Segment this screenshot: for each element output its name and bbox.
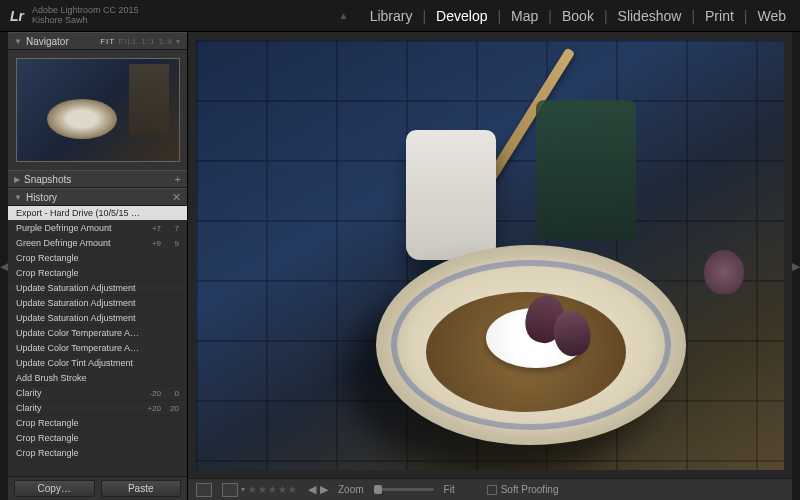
image-canvas[interactable] (196, 40, 784, 470)
user-name: Kishore Sawh (32, 16, 139, 26)
history-step-old (143, 326, 161, 340)
navigator-title: Navigator (26, 36, 69, 47)
mode-ratio[interactable]: 1:4 (159, 37, 173, 46)
prev-photo-icon[interactable]: ◀ (308, 483, 316, 496)
history-step[interactable]: Update Color Tint Adjustment (8, 356, 187, 371)
paste-button[interactable]: Paste (101, 480, 182, 497)
app-logo: Lr (10, 8, 24, 24)
history-step-new (161, 416, 179, 430)
module-web[interactable]: Web (753, 8, 790, 24)
history-step-new (161, 266, 179, 280)
history-step-new (161, 326, 179, 340)
right-rail-toggle[interactable]: ▶ (792, 32, 800, 500)
history-step-old (143, 311, 161, 325)
image-toolbar: ▾ ★★★★★ ◀ ▶ Zoom Fit Soft Proofing (188, 478, 792, 500)
history-step[interactable]: Update Saturation Adjustment (8, 296, 187, 311)
history-step-new: 20 (161, 401, 179, 415)
nav-arrows: ◀ ▶ (308, 483, 328, 496)
rating-stars[interactable]: ★★★★★ (248, 484, 298, 495)
module-separator: | (422, 8, 426, 24)
history-step-old (143, 266, 161, 280)
history-step-old (143, 296, 161, 310)
left-panel: ▼ Navigator FIT FILL 1:1 1:4 ▾ ▶ Snapsho… (8, 32, 188, 500)
chevron-down-icon[interactable]: ▾ (176, 37, 181, 46)
history-step[interactable]: Purple Defringe Amount+77 (8, 221, 187, 236)
checkbox-icon[interactable] (487, 485, 497, 495)
history-step-new: 7 (161, 221, 179, 235)
history-step[interactable]: Clarity+2020 (8, 401, 187, 416)
add-snapshot-icon[interactable]: + (175, 173, 181, 185)
history-step-old: +7 (143, 221, 161, 235)
clear-history-icon[interactable]: ✕ (172, 191, 181, 204)
before-after-icon[interactable]: ▾ (222, 483, 238, 497)
history-step-new (161, 311, 179, 325)
module-separator: | (744, 8, 748, 24)
module-switcher: Library|Develop|Map|Book|Slideshow|Print… (366, 8, 790, 24)
history-step-name: Crop Rectangle (16, 251, 143, 265)
panel-buttons: Copy… Paste (8, 476, 187, 500)
history-step-name: Clarity (16, 386, 143, 400)
history-list: Export - Hard Drive (10/5/15 11:28:4…Pur… (8, 206, 187, 476)
history-step[interactable]: Crop Rectangle (8, 266, 187, 281)
history-step[interactable]: Update Saturation Adjustment (8, 281, 187, 296)
history-step[interactable]: Update Color Temperature Adjustment (8, 326, 187, 341)
navigator-header[interactable]: ▼ Navigator FIT FILL 1:1 1:4 ▾ (8, 32, 187, 50)
history-step[interactable]: Crop Rectangle (8, 251, 187, 266)
navigator-modes[interactable]: FIT FILL 1:1 1:4 ▾ (100, 37, 181, 46)
history-step[interactable]: Export - Hard Drive (10/5/15 11:28:4… (8, 206, 187, 221)
module-slideshow[interactable]: Slideshow (614, 8, 686, 24)
history-step[interactable]: Crop Rectangle (8, 446, 187, 461)
history-header[interactable]: ▼ History ✕ (8, 188, 187, 206)
history-step[interactable]: Update Saturation Adjustment (8, 311, 187, 326)
zoom-fit-label: Fit (444, 484, 455, 495)
history-step-name: Add Brush Stroke (16, 371, 143, 385)
chevron-right-icon: ▶ (14, 175, 20, 184)
history-step-name: Update Saturation Adjustment (16, 296, 143, 310)
next-photo-icon[interactable]: ▶ (320, 483, 328, 496)
history-step-new (161, 206, 179, 220)
history-step-old (143, 341, 161, 355)
history-step-old (143, 251, 161, 265)
history-step[interactable]: Clarity-200 (8, 386, 187, 401)
module-develop[interactable]: Develop (432, 8, 491, 24)
history-step[interactable]: Crop Rectangle (8, 416, 187, 431)
center-panel: ▾ ★★★★★ ◀ ▶ Zoom Fit Soft Proofing (188, 32, 792, 500)
mode-one[interactable]: 1:1 (141, 37, 155, 46)
navigator-thumbnail[interactable] (8, 50, 187, 170)
zoom-slider[interactable] (374, 488, 434, 491)
module-print[interactable]: Print (701, 8, 738, 24)
history-step-new: 0 (161, 386, 179, 400)
module-separator: | (604, 8, 608, 24)
history-step[interactable]: Crop Rectangle (8, 431, 187, 446)
collapse-top-icon[interactable]: ▲ (339, 10, 349, 21)
history-step-old (143, 371, 161, 385)
history-step-old (143, 446, 161, 460)
mode-fill[interactable]: FILL (118, 37, 138, 46)
history-step-new: 9 (161, 236, 179, 250)
module-separator: | (497, 8, 501, 24)
module-map[interactable]: Map (507, 8, 542, 24)
history-step-old: +20 (143, 401, 161, 415)
history-step[interactable]: Update Color Temperature Adjustment (8, 341, 187, 356)
chevron-down-icon[interactable]: ▾ (241, 485, 245, 494)
chevron-down-icon: ▼ (14, 37, 22, 46)
soft-proofing-toggle[interactable]: Soft Proofing (487, 484, 559, 495)
copy-button[interactable]: Copy… (14, 480, 95, 497)
history-step-name: Purple Defringe Amount (16, 221, 143, 235)
app-meta: Adobe Lightroom CC 2015 Kishore Sawh (32, 6, 139, 26)
module-book[interactable]: Book (558, 8, 598, 24)
thumbnail-image (16, 58, 180, 162)
history-step-name: Update Color Temperature Adjustment (16, 326, 143, 340)
mode-fit[interactable]: FIT (100, 37, 115, 46)
left-rail-toggle[interactable]: ◀ (0, 32, 8, 500)
module-library[interactable]: Library (366, 8, 417, 24)
history-step-old: +9 (143, 236, 161, 250)
history-step-name: Crop Rectangle (16, 446, 143, 460)
loupe-view-icon[interactable] (196, 483, 212, 497)
image-jar (536, 100, 636, 240)
snapshots-header[interactable]: ▶ Snapshots + (8, 170, 187, 188)
history-step[interactable]: Green Defringe Amount+99 (8, 236, 187, 251)
history-step-name: Update Saturation Adjustment (16, 281, 143, 295)
history-step[interactable]: Add Brush Stroke (8, 371, 187, 386)
history-step-new (161, 281, 179, 295)
